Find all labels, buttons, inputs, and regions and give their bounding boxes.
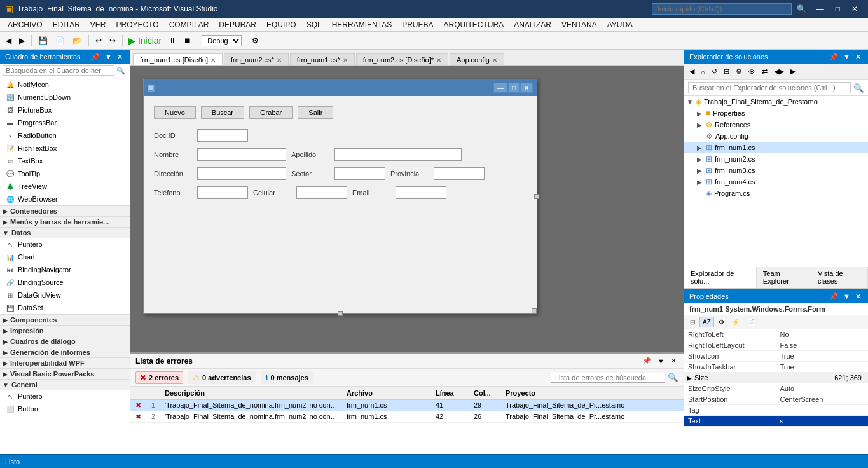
prop-row-sizegripstyle[interactable]: SizeGripStyle Auto — [684, 383, 868, 394]
props-close-btn[interactable]: ✕ — [853, 292, 863, 301]
buscar-button[interactable]: Buscar — [201, 106, 244, 119]
error-list-pin-btn[interactable]: 📌 — [640, 356, 653, 366]
toolbox-item-progressbar[interactable]: ▬ ProgressBar — [0, 116, 130, 129]
stop-button[interactable]: ⏹ — [181, 34, 195, 47]
toolbox-group-datos[interactable]: ▼ Datos — [0, 227, 130, 238]
toolbox-item-dataset[interactable]: 💾 DataSet — [0, 301, 130, 314]
start-button[interactable]: ▶ Iniciar — [126, 34, 164, 47]
prop-properties-btn[interactable]: ⚙ — [715, 317, 727, 327]
tab-close-btn[interactable]: ✕ — [492, 57, 497, 64]
prop-row-righttoleft[interactable]: RightToLeft No — [684, 329, 868, 340]
menu-ayuda[interactable]: AYUDA — [602, 19, 638, 31]
tab-close-btn[interactable]: ✕ — [210, 57, 216, 64]
toolbox-item-webbrowser[interactable]: 🌐 WebBrowser — [0, 193, 130, 205]
apellido-input[interactable] — [334, 148, 462, 161]
resize-handle-e[interactable] — [534, 194, 539, 199]
error-search-btn[interactable]: 🔍 — [668, 373, 679, 382]
tree-item-frm-num3[interactable]: ▶ ⊞ frm_num3.cs — [684, 165, 868, 176]
menu-ventana[interactable]: VENTANA — [556, 19, 602, 31]
warning-filter-btn[interactable]: ⚠ 0 advertencias — [188, 371, 255, 384]
toolbar-extra-btn[interactable]: ⚙ — [249, 34, 262, 47]
toolbox-item-richtextbox[interactable]: 📝 RichTextBox — [0, 142, 130, 155]
sector-input[interactable] — [334, 167, 385, 180]
celular-input[interactable] — [296, 186, 347, 199]
menu-editar[interactable]: EDITAR — [48, 19, 85, 31]
tree-item-appconfig[interactable]: ▶ ⚙ App.config — [684, 130, 868, 142]
toolbox-item-tooltip[interactable]: 💬 ToolTip — [0, 167, 130, 180]
sol-left-btn[interactable]: ◀▶ — [771, 66, 787, 77]
toolbox-group-impresion[interactable]: ▶ Impresión — [0, 325, 130, 336]
tab-close-btn[interactable]: ✕ — [436, 57, 441, 64]
toolbox-item-datagridview[interactable]: ⊞ DataGridView — [0, 289, 130, 301]
direccion-input[interactable] — [197, 167, 286, 180]
error-row[interactable]: ✖ 2 'Trabajo_Final_Sitema_de_nomina.frm_… — [130, 411, 684, 423]
prop-propertypages-btn[interactable]: 📄 — [744, 317, 758, 327]
email-input[interactable] — [396, 186, 446, 199]
prop-row-startposition[interactable]: StartPosition CenterScreen — [684, 394, 868, 405]
nuevo-button[interactable]: Nuevo — [154, 106, 196, 119]
nombre-input[interactable] — [197, 148, 286, 161]
menu-arquitectura[interactable]: ARQUITECTURA — [439, 19, 509, 31]
props-arrow-btn[interactable]: ▼ — [841, 292, 852, 301]
toolbox-group-generacion[interactable]: ▶ Generación de informes — [0, 347, 130, 357]
menu-prueba[interactable]: PRUEBA — [397, 19, 438, 31]
toolbox-pin-btn[interactable]: 📌 — [89, 53, 102, 61]
toolbox-item-button[interactable]: ⬜ Button — [0, 403, 130, 415]
toolbar-open-btn[interactable]: 📂 — [69, 34, 85, 47]
tab-close-btn[interactable]: ✕ — [343, 57, 348, 64]
tab-app-config[interactable]: App.config ✕ — [450, 53, 504, 65]
maximize-button[interactable]: □ — [830, 3, 845, 15]
toolbar-save-btn[interactable]: 💾 — [35, 34, 51, 47]
panel-tab-solution-explorer[interactable]: Explorador de solu... — [684, 267, 757, 288]
pause-button[interactable]: ⏸ — [165, 34, 179, 47]
sol-close-btn[interactable]: ✕ — [853, 53, 863, 61]
panel-tab-class-view[interactable]: Vista de clases — [811, 267, 868, 288]
tab-close-btn[interactable]: ✕ — [277, 57, 282, 64]
prop-row-showicon[interactable]: ShowIcon True — [684, 351, 868, 362]
sol-home-btn[interactable]: ⌂ — [698, 67, 708, 77]
toolbar-back-btn[interactable]: ◀ — [3, 34, 15, 47]
toolbar-redo-btn[interactable]: ↪ — [106, 34, 119, 47]
toolbox-group-general[interactable]: ▼ General — [0, 379, 130, 390]
menu-compilar[interactable]: COMPILAR — [164, 19, 214, 31]
tab-frm-num1-design[interactable]: frm_num1.cs [Diseño] ✕ — [133, 53, 223, 66]
winform-maximize-btn[interactable]: □ — [508, 83, 520, 93]
prop-events-btn[interactable]: ⚡ — [729, 317, 743, 327]
toolbox-item-notifyicon[interactable]: 🔔 NotifyIcon — [0, 78, 130, 91]
error-filter-btn[interactable]: ✖ 2 errores — [135, 371, 183, 384]
toolbox-item-chart[interactable]: 📊 Chart — [0, 251, 130, 263]
sol-show-all-btn[interactable]: 👁 — [746, 67, 758, 77]
toolbox-item-bindingnavigator[interactable]: ⏮ BindingNavigator — [0, 263, 130, 276]
telefono-input[interactable] — [197, 186, 248, 199]
debug-mode-select[interactable]: Debug — [202, 35, 242, 46]
quick-launch-input[interactable] — [652, 3, 792, 15]
toolbox-item-bindingsource[interactable]: 🔗 BindingSource — [0, 276, 130, 289]
error-list-close-btn[interactable]: ✕ — [669, 356, 679, 366]
toolbar-forward-btn[interactable]: ▶ — [16, 34, 28, 47]
toolbox-group-contenedores[interactable]: ▶ Contenedores — [0, 205, 130, 216]
winform-minimize-btn[interactable]: — — [493, 83, 507, 93]
winform-close-btn[interactable]: ✕ — [520, 83, 533, 93]
panel-tab-team-explorer[interactable]: Team Explorer — [757, 267, 811, 288]
sol-pin-btn[interactable]: 📌 — [827, 53, 840, 61]
menu-equipo[interactable]: EQUIPO — [261, 19, 301, 31]
toolbox-item-textbox[interactable]: ▭ TextBox — [0, 155, 130, 167]
error-list-arrow-btn[interactable]: ▼ — [656, 357, 666, 366]
tab-frm-num2-design[interactable]: frm_num2.cs [Diseño]* ✕ — [356, 53, 448, 65]
toolbox-arrow-btn[interactable]: ▼ — [103, 53, 114, 61]
toolbox-search-btn[interactable]: 🔍 — [114, 66, 127, 76]
prop-row-text[interactable]: Text s — [684, 416, 868, 427]
toolbox-item-picturebox[interactable]: 🖼 PictureBox — [0, 104, 130, 116]
tree-item-frm-num1[interactable]: ▶ ⊞ frm_num1.cs — [684, 142, 868, 153]
toolbox-item-treeview[interactable]: 🌲 TreeView — [0, 180, 130, 193]
salir-button[interactable]: Salir — [298, 106, 333, 119]
sol-collapse-btn[interactable]: ⊟ — [721, 66, 732, 77]
prop-categorized-btn[interactable]: ⊟ — [687, 317, 698, 327]
grabar-button[interactable]: Grabar — [249, 106, 293, 119]
minimize-button[interactable]: — — [811, 3, 829, 15]
sol-props-btn[interactable]: ⚙ — [733, 66, 745, 77]
resize-handle-se[interactable] — [532, 308, 537, 313]
close-button[interactable]: ✕ — [846, 3, 863, 15]
tree-item-references[interactable]: ▶ ⊛ References — [684, 119, 868, 130]
menu-sql[interactable]: SQL — [301, 19, 327, 31]
